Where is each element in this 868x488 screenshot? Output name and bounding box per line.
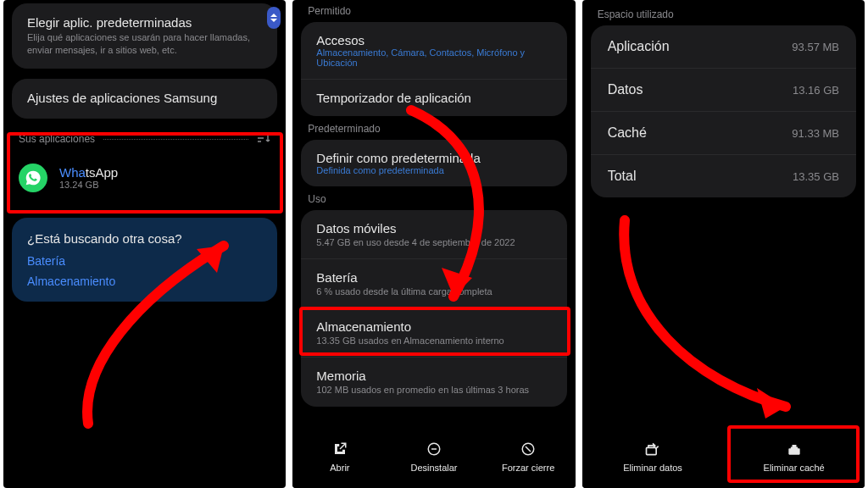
- default-block: Definir como predeterminada Definida com…: [301, 140, 566, 186]
- storage-data-label: Datos: [608, 82, 643, 97]
- set-default-title: Definir como predeterminada: [316, 151, 551, 165]
- storage-total-label: Total: [608, 169, 637, 184]
- screen-apps-list: Elegir aplic. predeterminadas Elija qué …: [3, 0, 286, 488]
- uninstall-icon: [426, 441, 442, 458]
- storage-item[interactable]: Almacenamiento 13.35 GB usados en Almace…: [301, 308, 566, 358]
- storage-title: Almacenamiento: [316, 319, 551, 334]
- svg-marker-8: [757, 388, 786, 419]
- set-default-item[interactable]: Definir como predeterminada Definida com…: [301, 140, 566, 186]
- mobile-data-sub: 5.47 GB en uso desde 4 de septiembre de …: [316, 237, 551, 247]
- storage-app-label: Aplicación: [608, 39, 670, 54]
- app-row-whatsapp[interactable]: WhatsApp 13.24 GB: [3, 153, 286, 202]
- bottom-bar: Abrir Desinstalar Forzar cierre: [292, 432, 575, 488]
- header-divider: [103, 139, 248, 140]
- space-used-header: Espacio utilizado: [582, 0, 865, 25]
- samsung-settings-card[interactable]: Ajustes de aplicaciones Samsung: [12, 79, 277, 119]
- default-header: Predeterminado: [292, 116, 575, 140]
- screen-storage: Espacio utilizado Aplicación 93.57 MB Da…: [582, 0, 865, 488]
- access-item[interactable]: Accesos Almacenamiento, Cámara, Contacto…: [301, 22, 566, 80]
- clear-data-label: Eliminar datos: [623, 463, 682, 473]
- app-info: WhatsApp 13.24 GB: [59, 165, 118, 190]
- suggest-title: ¿Está buscando otra cosa?: [27, 231, 262, 246]
- svg-rect-7: [790, 447, 797, 450]
- default-apps-card[interactable]: Elegir aplic. predeterminadas Elija qué …: [12, 3, 277, 69]
- force-stop-icon: [520, 441, 537, 458]
- samsung-settings-title: Ajustes de aplicaciones Samsung: [27, 91, 262, 105]
- clear-data-icon: [644, 441, 661, 458]
- battery-item[interactable]: Batería 6 % usado desde la última carga …: [301, 259, 566, 308]
- your-apps-label: Sus aplicaciones: [19, 133, 95, 145]
- memory-item[interactable]: Memoria 102 MB usados en promedio en las…: [301, 358, 566, 406]
- mobile-data-item[interactable]: Datos móviles 5.47 GB en uso desde 4 de …: [301, 210, 566, 259]
- default-apps-title: Elegir aplic. predeterminadas: [27, 15, 262, 30]
- uninstall-button[interactable]: Desinstalar: [387, 441, 481, 473]
- app-timer-title: Temporizador de aplicación: [316, 91, 551, 105]
- memory-title: Memoria: [316, 369, 551, 383]
- access-block: Accesos Almacenamiento, Cámara, Contacto…: [301, 22, 566, 116]
- storage-sub: 13.35 GB usados en Almacenamiento intern…: [316, 336, 551, 346]
- access-sub: Almacenamiento, Cámara, Contactos, Micró…: [316, 47, 551, 68]
- usage-block: Datos móviles 5.47 GB en uso desde 4 de …: [301, 210, 566, 407]
- clear-cache-button[interactable]: Eliminar caché: [723, 441, 865, 473]
- mobile-data-title: Datos móviles: [316, 221, 551, 236]
- default-apps-sub: Elija qué aplicaciones se usarán para ha…: [27, 31, 262, 57]
- scroll-handle[interactable]: [267, 7, 281, 29]
- svg-rect-5: [788, 448, 799, 455]
- permitted-label: Permitido: [292, 0, 575, 22]
- battery-sub: 6 % usado desde la última carga completa: [316, 286, 551, 297]
- storage-row-app: Aplicación 93.57 MB: [591, 25, 856, 69]
- open-icon: [331, 441, 348, 458]
- suggest-link-storage[interactable]: Almacenamiento: [27, 274, 262, 288]
- app-size: 13.24 GB: [59, 180, 118, 190]
- svg-rect-4: [646, 447, 656, 454]
- screen-app-info: Permitido Accesos Almacenamiento, Cámara…: [292, 0, 575, 488]
- suggest-card: ¿Está buscando otra cosa? Batería Almace…: [12, 218, 277, 302]
- storage-cache-value: 91.33 MB: [792, 127, 839, 140]
- annotation-arrow-3: [608, 212, 828, 432]
- storage-cache-label: Caché: [608, 125, 647, 141]
- app-timer-item[interactable]: Temporizador de aplicación: [301, 80, 566, 116]
- app-name: WhatsApp: [59, 165, 118, 180]
- force-stop-label: Forzar cierre: [502, 463, 554, 473]
- clear-data-button[interactable]: Eliminar datos: [582, 441, 724, 473]
- uninstall-label: Desinstalar: [410, 463, 457, 473]
- clear-cache-label: Eliminar caché: [764, 463, 825, 473]
- storage-total-value: 13.35 GB: [793, 170, 839, 183]
- battery-title: Batería: [316, 270, 551, 285]
- storage-row-data: Datos 13.16 GB: [591, 69, 856, 112]
- access-title: Accesos: [316, 33, 551, 47]
- storage-block: Aplicación 93.57 MB Datos 13.16 GB Caché…: [591, 25, 856, 197]
- your-apps-header: Sus aplicaciones: [3, 124, 286, 153]
- whatsapp-icon: [19, 164, 47, 192]
- storage-row-cache: Caché 91.33 MB: [591, 112, 856, 155]
- sort-icon[interactable]: [257, 132, 270, 147]
- bottom-bar-storage: Eliminar datos Eliminar caché: [582, 432, 865, 488]
- storage-row-total: Total 13.35 GB: [591, 155, 856, 197]
- storage-data-value: 13.16 GB: [793, 84, 839, 97]
- open-label: Abrir: [330, 463, 349, 473]
- force-stop-button[interactable]: Forzar cierre: [481, 441, 576, 473]
- open-button[interactable]: Abrir: [292, 441, 387, 473]
- suggest-link-battery[interactable]: Batería: [27, 254, 262, 268]
- clear-cache-icon: [786, 441, 803, 458]
- memory-sub: 102 MB usados en promedio en las últimas…: [316, 385, 551, 395]
- storage-app-value: 93.57 MB: [792, 41, 839, 53]
- set-default-sub: Definida como predeterminada: [316, 165, 551, 175]
- usage-header: Uso: [292, 186, 575, 210]
